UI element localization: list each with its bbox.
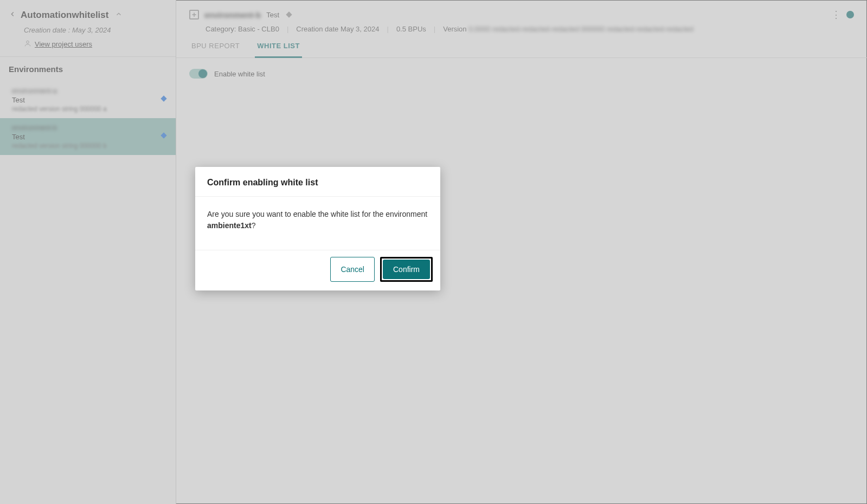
dialog-title: Confirm enabling white list <box>195 167 440 197</box>
confirm-button[interactable]: Confirm <box>383 260 430 279</box>
confirm-dialog: Confirm enabling white list Are you sure… <box>195 167 440 290</box>
dialog-body: Are you sure you want to enable the whit… <box>195 197 440 250</box>
confirm-highlight: Confirm <box>380 257 433 282</box>
cancel-button[interactable]: Cancel <box>330 257 375 282</box>
